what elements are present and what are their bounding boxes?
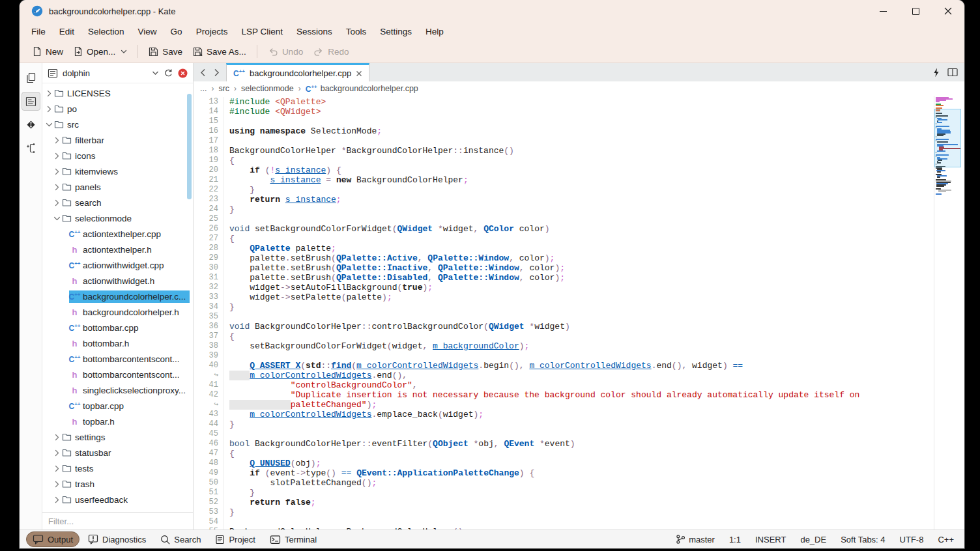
close-project-icon[interactable]: [178, 68, 188, 78]
tree-item[interactable]: hsingleclickselectionproxy...: [42, 382, 193, 398]
statusbar-output-button[interactable]: Output: [26, 531, 79, 547]
tree-item[interactable]: C++actionwithwidget.cpp: [42, 257, 193, 273]
menu-selection[interactable]: Selection: [81, 25, 131, 38]
menu-file[interactable]: File: [25, 25, 52, 38]
statusbar-search-button[interactable]: Search: [154, 533, 207, 546]
chevron-down-icon[interactable]: [45, 122, 53, 127]
menu-go[interactable]: Go: [164, 25, 189, 38]
chevron-right-icon[interactable]: [53, 434, 61, 441]
chevron-right-icon[interactable]: [45, 90, 53, 97]
line-number: 51: [194, 488, 223, 498]
tree-scrollbar[interactable]: [187, 94, 192, 199]
tab-backgroundcolorhelper[interactable]: C++ backgroundcolorhelper.cpp: [226, 63, 369, 81]
sidebar-tool-git[interactable]: [22, 115, 40, 134]
undo-icon: [268, 47, 278, 57]
menu-edit[interactable]: Edit: [53, 25, 81, 38]
forward-icon[interactable]: [214, 68, 220, 77]
breadcrumb-item[interactable]: selectionmode: [241, 84, 294, 93]
statusbar-project-button[interactable]: Project: [209, 533, 261, 546]
breadcrumb-item[interactable]: src: [218, 84, 229, 93]
tree-item[interactable]: C++topbar.cpp: [42, 398, 193, 414]
tree-item[interactable]: hactiontexthelper.h: [42, 242, 193, 257]
menu-view[interactable]: View: [132, 25, 164, 38]
chevron-right-icon[interactable]: [45, 106, 53, 113]
tab-bar: C++ backgroundcolorhelper.cpp: [194, 63, 964, 81]
statusbar-terminal-button[interactable]: Terminal: [264, 533, 323, 546]
new-button[interactable]: New: [27, 44, 68, 59]
chevron-right-icon[interactable]: [53, 137, 61, 144]
tree-item[interactable]: hactionwithwidget.h: [42, 273, 193, 289]
tree-item[interactable]: filterbar: [42, 132, 193, 148]
tree-item[interactable]: kitemviews: [42, 163, 193, 179]
tree-item[interactable]: statusbar: [42, 445, 193, 460]
refresh-icon[interactable]: [164, 68, 173, 78]
branch-icon: [676, 534, 685, 544]
back-icon[interactable]: [200, 68, 206, 77]
tree-item[interactable]: hbackgroundcolorhelper.h: [42, 304, 193, 320]
statusbar-insert[interactable]: INSERT: [755, 535, 786, 544]
statusbar-1-1[interactable]: 1:1: [729, 535, 741, 544]
tree-item[interactable]: trash: [42, 476, 193, 492]
tree-item[interactable]: C++actiontexthelper.cpp: [42, 226, 193, 242]
tree-item[interactable]: selectionmode: [42, 210, 193, 226]
menu-settings[interactable]: Settings: [373, 25, 418, 38]
chevron-right-icon[interactable]: [53, 152, 61, 160]
chevron-right-icon[interactable]: [53, 481, 61, 488]
tree-item[interactable]: C++bottombar.cpp: [42, 320, 193, 335]
quick-open-lightning-icon[interactable]: [932, 68, 940, 78]
tree-item[interactable]: tests: [42, 460, 193, 476]
minimize-button[interactable]: [867, 0, 899, 22]
save-as-button[interactable]: Save As...: [188, 44, 252, 59]
statusbar-button-label: Project: [229, 535, 255, 544]
menu-help[interactable]: Help: [419, 25, 450, 38]
tree-item[interactable]: hbottombar.h: [42, 335, 193, 351]
menu-sessions[interactable]: Sessions: [290, 25, 339, 38]
project-switch-chevron-down-icon[interactable]: [152, 70, 159, 76]
chevron-right-icon[interactable]: [53, 449, 61, 457]
statusbar-de-de[interactable]: de_DE: [800, 535, 826, 544]
statusbar-diagnostics-button[interactable]: Diagnostics: [82, 532, 152, 546]
statusbar-c-[interactable]: C++: [938, 535, 954, 544]
menu-lsp-client[interactable]: LSP Client: [235, 25, 289, 38]
breadcrumb-item[interactable]: C++backgroundcolorhelper.cpp: [306, 84, 418, 94]
sidebar-tool-symbols[interactable]: [22, 139, 40, 158]
code-view[interactable]: 13#include <QPalette>14#include <QWidget…: [194, 96, 964, 530]
tree-item[interactable]: settings: [42, 429, 193, 445]
close-button[interactable]: [932, 0, 964, 22]
statusbar-soft-tabs-4[interactable]: Soft Tabs: 4: [841, 535, 885, 544]
maximize-button[interactable]: [899, 0, 932, 22]
statusbar-utf-8[interactable]: UTF-8: [900, 535, 924, 544]
tree-item[interactable]: po: [42, 101, 193, 117]
tree-item[interactable]: icons: [42, 148, 193, 163]
chevron-right-icon[interactable]: [53, 168, 61, 175]
chevron-right-icon[interactable]: [53, 496, 61, 503]
tree-item[interactable]: src: [42, 117, 193, 132]
tree-item[interactable]: C++bottombarcontentscont...: [42, 351, 193, 367]
filter-input[interactable]: [42, 513, 193, 530]
tree-item[interactable]: hbottombarcontentscont...: [42, 367, 193, 382]
tree-item[interactable]: htopbar.h: [42, 414, 193, 429]
statusbar-master[interactable]: master: [676, 534, 715, 544]
undo-button[interactable]: Undo: [263, 44, 308, 59]
breadcrumb-item[interactable]: ...: [200, 84, 207, 93]
tree-item[interactable]: userfeedback: [42, 492, 193, 507]
chevron-right-icon[interactable]: [53, 184, 61, 191]
sidebar-tool-projects[interactable]: [22, 92, 40, 111]
chevron-down-icon[interactable]: [53, 216, 61, 221]
chevron-right-icon[interactable]: [53, 465, 61, 472]
split-view-icon[interactable]: [947, 68, 958, 77]
open-button[interactable]: Open...: [68, 44, 132, 59]
chevron-right-icon[interactable]: [53, 199, 61, 206]
sidebar-tool-documents[interactable]: [22, 68, 40, 87]
tree-item[interactable]: C++backgroundcolorhelper.c...: [42, 289, 193, 304]
save-button[interactable]: Save: [143, 44, 188, 59]
minimap-viewport[interactable]: [934, 109, 961, 167]
tree-item[interactable]: panels: [42, 179, 193, 195]
tab-close-icon[interactable]: [356, 70, 362, 77]
tree-item[interactable]: search: [42, 195, 193, 210]
menu-tools[interactable]: Tools: [339, 25, 373, 38]
redo-button[interactable]: Redo: [308, 44, 354, 59]
menu-projects[interactable]: Projects: [190, 25, 235, 38]
tree-item[interactable]: LICENSES: [42, 85, 193, 101]
minimap-scrollbar[interactable]: [934, 96, 961, 530]
